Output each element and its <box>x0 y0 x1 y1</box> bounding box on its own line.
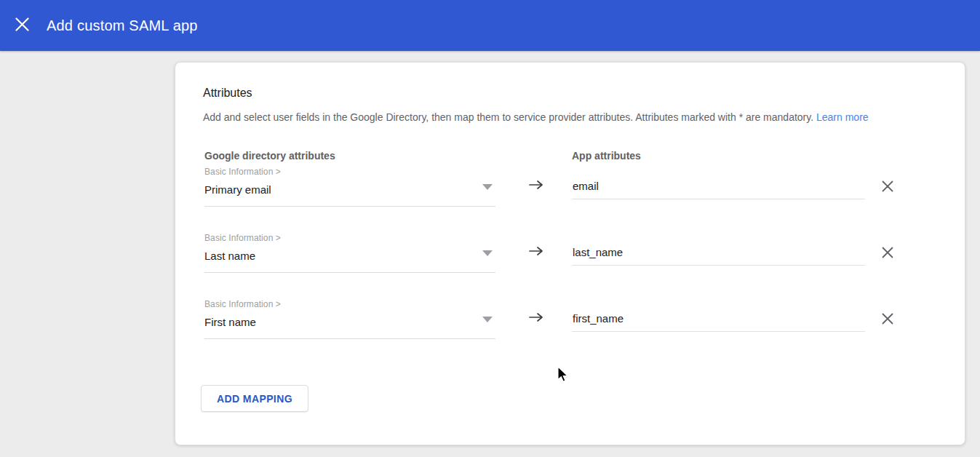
attributes-heading: Attributes <box>203 87 937 100</box>
app-attribute-input[interactable] <box>572 305 865 325</box>
dropdown-caret-icon <box>482 184 493 190</box>
add-mapping-button[interactable]: ADD MAPPING <box>201 385 308 412</box>
directory-attribute-value: Primary email <box>204 183 271 196</box>
app-attribute-field <box>572 305 865 332</box>
dropdown-caret-icon <box>482 250 493 256</box>
directory-attribute-select[interactable]: Basic Information > Last name <box>204 233 495 273</box>
mapping-arrow-icon <box>528 311 544 324</box>
attributes-panel: Attributes Add and select user fields in… <box>175 62 965 445</box>
app-attribute-input[interactable] <box>572 172 865 192</box>
mapping-arrow-icon <box>528 245 544 258</box>
learn-more-link[interactable]: Learn more <box>816 111 869 123</box>
app-attribute-field <box>572 239 865 266</box>
directory-attribute-select[interactable]: Basic Information > Primary email <box>204 167 495 207</box>
attribute-category-label: Basic Information > <box>204 167 495 177</box>
mapping-rows: Basic Information > Primary email Basic … <box>203 165 937 364</box>
delete-mapping-button[interactable] <box>876 175 899 199</box>
app-attribute-field <box>572 172 865 199</box>
attributes-description: Add and select user fields in the Google… <box>203 111 937 124</box>
directory-attributes-column-header: Google directory attributes <box>204 150 335 162</box>
mapping-arrow-icon <box>528 178 544 191</box>
dialog-header: Add custom SAML app <box>0 0 980 51</box>
dropdown-caret-icon <box>482 317 493 322</box>
directory-attribute-select[interactable]: Basic Information > First name <box>204 299 495 339</box>
column-headers: Google directory attributes App attribut… <box>203 150 937 163</box>
close-icon <box>15 17 29 33</box>
x-icon <box>882 247 893 261</box>
mapping-row: Basic Information > Last name <box>203 231 937 298</box>
directory-attribute-value: First name <box>204 316 256 328</box>
close-button[interactable] <box>7 11 36 40</box>
app-attribute-input[interactable] <box>572 239 865 258</box>
x-icon <box>882 313 893 327</box>
mapping-row: Basic Information > Primary email <box>203 165 937 231</box>
description-text: Add and select user fields in the Google… <box>203 111 813 123</box>
delete-mapping-button[interactable] <box>876 308 899 331</box>
app-attributes-column-header: App attributes <box>572 150 641 162</box>
dialog-title: Add custom SAML app <box>47 17 198 34</box>
mapping-row: Basic Information > First name <box>203 298 937 364</box>
attribute-category-label: Basic Information > <box>204 233 495 243</box>
delete-mapping-button[interactable] <box>876 242 899 265</box>
directory-attribute-value: Last name <box>204 250 255 262</box>
x-icon <box>882 180 893 194</box>
attribute-category-label: Basic Information > <box>204 299 495 309</box>
